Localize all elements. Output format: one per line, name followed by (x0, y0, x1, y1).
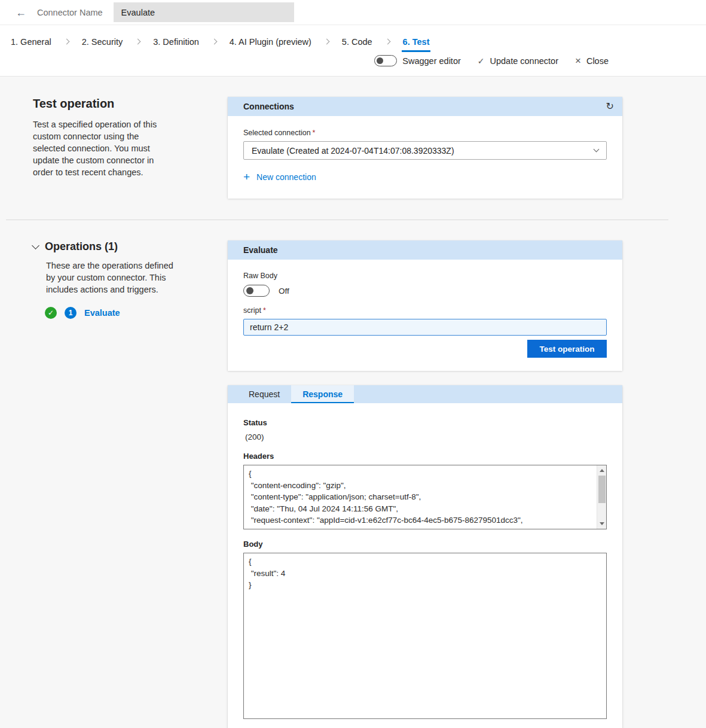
main-content: Test operation Test a specified operatio… (0, 76, 706, 728)
arrow-left-icon: ← (16, 7, 26, 19)
chevron-down-icon (32, 242, 39, 249)
status-label: Status (243, 418, 607, 427)
chevron-down-icon (594, 147, 600, 153)
body-label: Body (243, 540, 607, 549)
back-button[interactable]: ← (12, 7, 30, 18)
headers-label: Headers (243, 452, 607, 461)
new-connection-button[interactable]: + New connection (243, 171, 316, 182)
new-connection-label: New connection (256, 172, 316, 182)
operation-name-link[interactable]: Evaluate (84, 308, 120, 318)
tab-response[interactable]: Response (291, 385, 354, 403)
raw-body-toggle[interactable] (243, 285, 270, 297)
section-divider (6, 220, 668, 220)
swagger-editor-toggle[interactable]: Swagger editor (374, 55, 461, 66)
result-panel: Request Response Status (200) Headers { … (228, 385, 622, 728)
refresh-button[interactable]: ↻ (606, 102, 614, 111)
chevron-right-icon (384, 38, 390, 44)
evaluate-panel: Evaluate Raw Body Off script* Test opera… (228, 240, 622, 371)
connections-panel: Connections ↻ Selected connection* Evaul… (228, 97, 622, 199)
update-connector-button[interactable]: ✓ Update connector (478, 56, 558, 66)
connection-dropdown-value: Evaulate (Created at 2024-07-04T14:07:08… (252, 146, 454, 156)
connections-panel-header: Connections ↻ (228, 97, 622, 116)
scroll-up-button[interactable] (597, 466, 606, 475)
toggle-knob (377, 57, 383, 64)
operation-item[interactable]: ✓ 1 Evaluate (45, 307, 206, 319)
step-test[interactable]: 6. Test (403, 35, 430, 52)
triangle-up-icon (600, 469, 604, 472)
check-icon: ✓ (478, 57, 485, 65)
raw-body-label: Raw Body (243, 272, 607, 280)
success-check-icon: ✓ (45, 307, 57, 319)
tab-request[interactable]: Request (237, 385, 291, 403)
operations-section: Operations (1) These are the operations … (0, 240, 706, 371)
close-label: Close (586, 56, 609, 66)
status-value: (200) (243, 432, 607, 441)
chevron-right-icon (63, 38, 69, 44)
close-button[interactable]: × Close (575, 56, 609, 66)
triangle-down-icon (600, 522, 604, 525)
evaluate-panel-header: Evaluate (228, 240, 622, 260)
required-asterisk: * (313, 129, 316, 137)
test-operation-button[interactable]: Test operation (527, 340, 607, 358)
body-box[interactable]: { "result": 4 } (243, 553, 607, 719)
chevron-right-icon (211, 38, 217, 44)
result-tabs: Request Response (228, 385, 622, 403)
scroll-thumb[interactable] (598, 476, 606, 503)
top-bar: ← Connector Name Evaulate (0, 0, 706, 25)
step-security[interactable]: 2. Security (82, 35, 123, 52)
toggle-off-icon (374, 55, 397, 66)
operation-number-badge: 1 (65, 307, 77, 319)
raw-body-state: Off (279, 287, 289, 296)
plus-icon: + (243, 171, 250, 182)
operations-expander[interactable]: Operations (1) (33, 240, 206, 253)
operations-description: These are the operations defined by your… (46, 260, 175, 296)
refresh-icon: ↻ (606, 101, 614, 111)
connector-name-value: Evaulate (121, 8, 155, 17)
update-connector-label: Update connector (490, 56, 558, 66)
connector-name-label: Connector Name (37, 8, 103, 17)
headers-content: { "content-encoding": "gzip", "content-t… (244, 465, 606, 529)
test-operation-section: Test operation Test a specified operatio… (0, 97, 706, 199)
operations-title: Operations (1) (45, 240, 118, 253)
test-operation-title: Test operation (33, 97, 206, 111)
selected-connection-label: Selected connection* (243, 129, 607, 137)
wizard-steps: 1. General 2. Security 3. Definition 4. … (0, 25, 706, 53)
connector-name-input[interactable]: Evaulate (114, 2, 294, 22)
chevron-right-icon (135, 38, 141, 44)
result-section: Request Response Status (200) Headers { … (0, 385, 706, 728)
evaluate-panel-title: Evaluate (243, 245, 278, 255)
script-label: script* (243, 306, 607, 315)
step-general[interactable]: 1. General (11, 35, 51, 52)
swagger-editor-label: Swagger editor (402, 56, 461, 66)
chevron-right-icon (323, 38, 329, 44)
close-icon: × (575, 56, 581, 66)
required-asterisk: * (263, 306, 266, 315)
step-code[interactable]: 5. Code (342, 35, 372, 52)
body-content: { "result": 4 } (244, 553, 606, 593)
toggle-knob (246, 287, 253, 294)
test-operation-description: Test a specified operation of this custo… (33, 118, 162, 178)
toolbar: Swagger editor ✓ Update connector × Clos… (0, 53, 706, 76)
scrollbar[interactable] (597, 465, 606, 529)
script-input[interactable] (243, 319, 607, 336)
scroll-down-button[interactable] (597, 519, 606, 528)
headers-box[interactable]: { "content-encoding": "gzip", "content-t… (243, 465, 607, 529)
step-definition[interactable]: 3. Definition (153, 35, 199, 52)
connections-title: Connections (243, 102, 294, 111)
step-ai-plugin[interactable]: 4. AI Plugin (preview) (230, 35, 311, 52)
connection-dropdown[interactable]: Evaulate (Created at 2024-07-04T14:07:08… (243, 141, 607, 160)
